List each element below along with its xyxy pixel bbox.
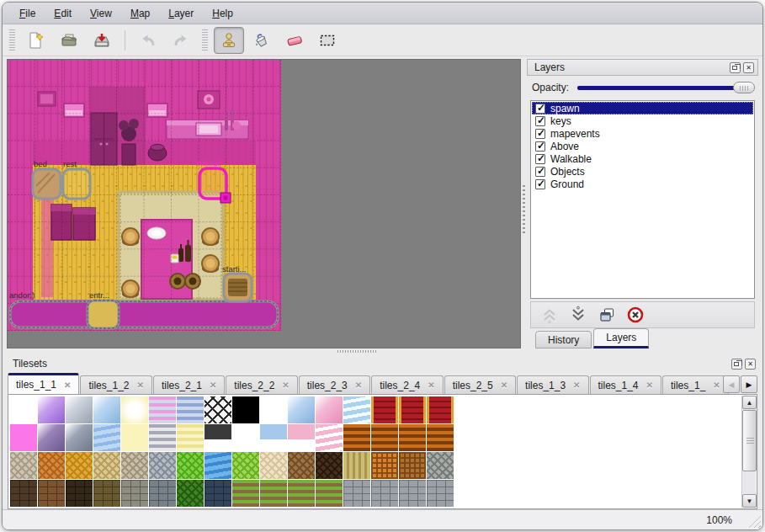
layer-visible-checkbox[interactable]: [535, 141, 545, 152]
tileset-tab-tiles_2_1[interactable]: tiles_2_1✕: [153, 375, 225, 394]
tab-layers[interactable]: Layers: [593, 328, 649, 348]
tile[interactable]: [371, 424, 398, 451]
tile[interactable]: [38, 452, 65, 479]
tile[interactable]: [10, 452, 37, 479]
tile[interactable]: [121, 424, 148, 451]
tile[interactable]: [177, 452, 204, 479]
layer-row-walkable[interactable]: Walkable: [532, 152, 753, 165]
tile[interactable]: [177, 424, 204, 451]
scroll-tabs-right-button[interactable]: ▶: [741, 375, 757, 393]
tile[interactable]: [66, 424, 93, 451]
new-file-button[interactable]: [21, 27, 51, 54]
tile[interactable]: [10, 424, 37, 451]
tileset-tab-tiles_2_3[interactable]: tiles_2_3✕: [299, 375, 370, 394]
tab-close-icon[interactable]: ✕: [136, 380, 143, 390]
toolbar-drag-handle[interactable]: [9, 29, 15, 51]
tile[interactable]: [93, 480, 120, 507]
tab-close-icon[interactable]: ✕: [282, 380, 289, 390]
scroll-down-button[interactable]: ▼: [742, 494, 757, 508]
eraser-button[interactable]: [279, 27, 310, 54]
layer-row-objects[interactable]: Objects: [532, 165, 753, 178]
tile[interactable]: [427, 396, 454, 423]
tile[interactable]: [177, 396, 204, 423]
duplicate-layer-button[interactable]: [597, 305, 617, 325]
map-object-mikhail-selected[interactable]: [199, 168, 231, 203]
tile[interactable]: [232, 396, 259, 423]
tile[interactable]: [288, 452, 315, 479]
tile[interactable]: [260, 396, 287, 423]
tile[interactable]: [205, 452, 231, 479]
tile[interactable]: [399, 424, 426, 451]
tile[interactable]: [38, 424, 65, 451]
layer-visible-checkbox[interactable]: [535, 129, 545, 139]
tab-close-icon[interactable]: ✕: [573, 380, 580, 390]
tile[interactable]: [205, 424, 231, 451]
tile[interactable]: [260, 452, 287, 479]
map-object-starti[interactable]: [224, 274, 252, 301]
tileset-tab-tiles_2_4[interactable]: tiles_2_4✕: [371, 375, 443, 394]
tile[interactable]: [232, 452, 259, 479]
tile[interactable]: [121, 396, 148, 423]
tile[interactable]: [149, 424, 176, 451]
tab-close-icon[interactable]: ✕: [713, 380, 720, 390]
lower-layer-button[interactable]: [568, 305, 588, 325]
tile[interactable]: [121, 452, 148, 479]
tab-history[interactable]: History: [535, 331, 592, 348]
tile[interactable]: [93, 452, 120, 479]
tab-close-icon[interactable]: ✕: [210, 380, 216, 390]
map-view[interactable]: bed rest mikhail andor:) entr... starti.…: [7, 59, 521, 348]
tile[interactable]: [427, 424, 454, 451]
tile[interactable]: [177, 480, 204, 507]
layer-row-ground[interactable]: Ground: [532, 178, 753, 190]
tab-close-icon[interactable]: ✕: [355, 380, 362, 390]
map-object-bottom[interactable]: [10, 301, 278, 327]
tileset-tab-tiles_1_1[interactable]: tiles_1_1✕: [8, 373, 79, 394]
tab-close-icon[interactable]: ✕: [501, 380, 507, 390]
redo-button[interactable]: [166, 27, 196, 54]
tab-close-icon[interactable]: ✕: [428, 380, 434, 390]
menu-layer[interactable]: Layer: [160, 5, 202, 22]
tile[interactable]: [205, 480, 231, 507]
tile[interactable]: [371, 480, 398, 507]
tile[interactable]: [232, 480, 259, 507]
undo-button[interactable]: [133, 27, 163, 54]
scrollbar-thumb[interactable]: [742, 410, 757, 471]
layer-row-spawn[interactable]: spawn: [532, 102, 753, 114]
delete-layer-button[interactable]: [625, 305, 645, 325]
map-object-rest[interactable]: [63, 169, 90, 199]
layer-row-keys[interactable]: keys: [532, 114, 753, 127]
tab-close-icon[interactable]: ✕: [64, 380, 71, 390]
tile[interactable]: [10, 396, 37, 423]
tile[interactable]: [121, 480, 148, 507]
menu-file[interactable]: File: [11, 5, 44, 22]
tileset-tab-tiles_1_[interactable]: tiles_1_✕: [662, 375, 729, 394]
tile[interactable]: [66, 396, 93, 423]
tile[interactable]: [316, 424, 343, 451]
tile[interactable]: [149, 396, 176, 423]
tilesets-float-button[interactable]: [731, 359, 742, 370]
tile[interactable]: [260, 480, 287, 507]
save-file-button[interactable]: [87, 27, 117, 54]
tile[interactable]: [316, 452, 343, 479]
stamp-brush-button[interactable]: [214, 27, 244, 54]
layer-visible-checkbox[interactable]: [535, 104, 545, 114]
tileset-view[interactable]: ▲ ▼: [8, 394, 757, 509]
tile[interactable]: [288, 396, 315, 423]
layer-visible-checkbox[interactable]: [535, 154, 545, 164]
toolbar-drag-handle-2[interactable]: [202, 29, 208, 51]
tile[interactable]: [288, 424, 315, 451]
tile[interactable]: [343, 452, 370, 479]
layer-row-above[interactable]: Above: [532, 140, 753, 152]
map-object-bed[interactable]: [33, 169, 61, 199]
dock-close-button[interactable]: ✕: [743, 62, 754, 73]
tile[interactable]: [399, 480, 426, 507]
dock-splitter[interactable]: [521, 59, 527, 348]
tile[interactable]: [93, 396, 120, 423]
tile[interactable]: [371, 396, 398, 423]
resize-grip[interactable]: [748, 515, 761, 528]
menu-edit[interactable]: Edit: [45, 5, 80, 22]
map-object-entr[interactable]: [88, 301, 119, 328]
layer-row-mapevents[interactable]: mapevents: [532, 127, 753, 140]
tileset-splitter[interactable]: [3, 348, 762, 354]
tile[interactable]: [427, 480, 454, 507]
